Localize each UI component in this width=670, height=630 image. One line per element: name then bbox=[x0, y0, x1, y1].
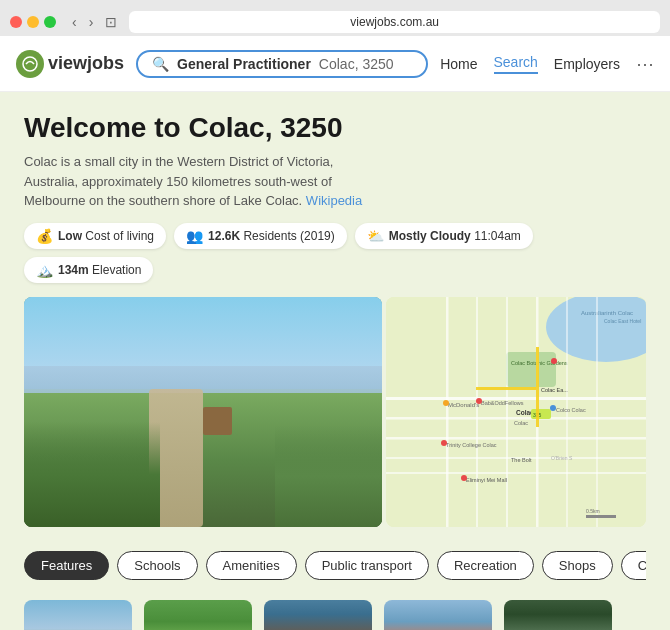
svg-rect-38 bbox=[586, 515, 616, 518]
svg-point-29 bbox=[550, 405, 556, 411]
svg-point-7 bbox=[551, 358, 557, 364]
colac-photo bbox=[24, 297, 382, 527]
nav-employers[interactable]: Employers bbox=[554, 56, 620, 72]
filter-tab-amenities[interactable]: Amenities bbox=[206, 551, 297, 580]
logo[interactable]: viewjobs bbox=[16, 50, 124, 78]
svg-point-35 bbox=[461, 475, 467, 481]
stat-weather: ⛅ Mostly Cloudy 11:04am bbox=[355, 223, 533, 249]
svg-text:Colac: Colac bbox=[514, 420, 528, 426]
minimize-button[interactable] bbox=[27, 16, 39, 28]
svg-text:Colco Colac: Colco Colac bbox=[556, 407, 586, 413]
logo-text: viewjobs bbox=[48, 53, 124, 74]
nav-home[interactable]: Home bbox=[440, 56, 477, 72]
svg-rect-18 bbox=[596, 297, 598, 527]
svg-rect-5 bbox=[506, 352, 556, 387]
svg-text:0.5km: 0.5km bbox=[586, 508, 600, 514]
svg-point-31 bbox=[441, 440, 447, 446]
places-row: Memorial Square 4.4 ★★★★☆ (151) Colac Bo… bbox=[24, 590, 646, 631]
logo-icon bbox=[16, 50, 44, 78]
search-location-text: Colac, 3250 bbox=[319, 56, 394, 72]
filter-tab-public-transport[interactable]: Public transport bbox=[305, 551, 429, 580]
browser-chrome: ‹ › ⊡ viewjobs.com.au bbox=[0, 0, 670, 36]
maximize-button[interactable] bbox=[44, 16, 56, 28]
filter-tab-coffee[interactable]: Coffee bbox=[621, 551, 646, 580]
svg-text:Australiarinth Colac: Australiarinth Colac bbox=[581, 310, 633, 316]
place-img-0 bbox=[24, 600, 132, 631]
svg-rect-13 bbox=[446, 297, 449, 527]
svg-text:Trinity College Colac: Trinity College Colac bbox=[446, 442, 497, 448]
place-card-0[interactable]: Memorial Square 4.4 ★★★★☆ (151) bbox=[24, 600, 132, 631]
stats-row: 💰 Low Cost of living 👥 12.6K Residents (… bbox=[24, 223, 646, 283]
stat-residents: 👥 12.6K Residents (2019) bbox=[174, 223, 347, 249]
filter-tabs: FeaturesSchoolsAmenitiesPublic transport… bbox=[24, 541, 646, 590]
svg-rect-37 bbox=[536, 347, 539, 427]
forward-button[interactable]: › bbox=[85, 12, 98, 32]
place-img-2 bbox=[264, 600, 372, 631]
svg-text:O'Brien S: O'Brien S bbox=[551, 455, 573, 461]
svg-rect-15 bbox=[506, 297, 508, 527]
place-photo-2 bbox=[264, 600, 372, 631]
place-photo-3 bbox=[384, 600, 492, 631]
traffic-lights bbox=[10, 16, 56, 28]
place-photo-1 bbox=[144, 600, 252, 631]
wikipedia-link[interactable]: Wikipedia bbox=[306, 193, 362, 208]
place-photo-0 bbox=[24, 600, 132, 631]
filter-tab-schools[interactable]: Schools bbox=[117, 551, 197, 580]
map-svg: Australiarinth Colac Colac East Hotel Co… bbox=[386, 297, 646, 527]
place-card-2[interactable]: Old Beechy Rail Trail 4.0 ★★★★☆ (654) bbox=[264, 600, 372, 631]
page-description: Colac is a small city in the Western Dis… bbox=[24, 152, 364, 211]
svg-text:The Bolt: The Bolt bbox=[511, 457, 532, 463]
nav-links: Home Search Employers ⋯ bbox=[440, 53, 654, 75]
svg-point-22 bbox=[476, 398, 482, 404]
top-nav: viewjobs 🔍 General Practitioner Colac, 3… bbox=[0, 36, 670, 92]
svg-rect-12 bbox=[386, 472, 646, 474]
svg-rect-36 bbox=[476, 387, 536, 390]
svg-text:Bab&OddFellows: Bab&OddFellows bbox=[481, 400, 524, 406]
colac-photo-img bbox=[24, 297, 382, 527]
svg-text:Eliminyi Mei Mall: Eliminyi Mei Mall bbox=[466, 477, 507, 483]
stat-cost-of-living: 💰 Low Cost of living bbox=[24, 223, 166, 249]
nav-search[interactable]: Search bbox=[494, 54, 538, 74]
main-content: Welcome to Colac, 3250 Colac is a small … bbox=[0, 92, 670, 630]
search-bar[interactable]: 🔍 General Practitioner Colac, 3250 bbox=[136, 50, 428, 78]
url-bar[interactable]: viewjobs.com.au bbox=[129, 11, 660, 33]
filter-tab-recreation[interactable]: Recreation bbox=[437, 551, 534, 580]
place-img-3 bbox=[384, 600, 492, 631]
search-job-text: General Practitioner bbox=[177, 56, 311, 72]
svg-point-0 bbox=[23, 57, 37, 71]
place-card-1[interactable]: Colac Botanic Gardens 4.6 ★★★★☆ (270) bbox=[144, 600, 252, 631]
place-card-4[interactable]: Treetops Adventure... 4.8 ★★★★★ (214) bbox=[504, 600, 612, 631]
search-icon: 🔍 bbox=[152, 56, 169, 72]
map-panel[interactable]: Australiarinth Colac Colac East Hotel Co… bbox=[386, 297, 646, 527]
place-card-3[interactable]: Red Rock 4.6 ★★★★☆ (362) bbox=[384, 600, 492, 631]
svg-point-20 bbox=[443, 400, 449, 406]
back-button[interactable]: ‹ bbox=[68, 12, 81, 32]
place-photo-4 bbox=[504, 600, 612, 631]
svg-text:Colac East Hotel: Colac East Hotel bbox=[604, 318, 641, 324]
place-img-4 bbox=[504, 600, 612, 631]
svg-text:Colac Botanic Gardens: Colac Botanic Gardens bbox=[511, 360, 568, 366]
svg-text:McDonald's: McDonald's bbox=[448, 402, 479, 408]
place-img-1 bbox=[144, 600, 252, 631]
svg-text:Colac Ea...: Colac Ea... bbox=[541, 387, 568, 393]
media-row: Australiarinth Colac Colac East Hotel Co… bbox=[24, 297, 646, 527]
elevation-icon: 🏔️ bbox=[36, 262, 53, 278]
window-controls-button[interactable]: ⊡ bbox=[105, 14, 117, 30]
page-title: Welcome to Colac, 3250 bbox=[24, 112, 646, 144]
residents-icon: 👥 bbox=[186, 228, 203, 244]
weather-icon: ⛅ bbox=[367, 228, 384, 244]
filter-tab-features[interactable]: Features bbox=[24, 551, 109, 580]
cost-icon: 💰 bbox=[36, 228, 53, 244]
svg-rect-10 bbox=[386, 437, 646, 440]
filter-tab-shops[interactable]: Shops bbox=[542, 551, 613, 580]
close-button[interactable] bbox=[10, 16, 22, 28]
nav-more-button[interactable]: ⋯ bbox=[636, 53, 654, 75]
svg-rect-14 bbox=[476, 297, 478, 527]
stat-elevation: 🏔️ 134m Elevation bbox=[24, 257, 153, 283]
